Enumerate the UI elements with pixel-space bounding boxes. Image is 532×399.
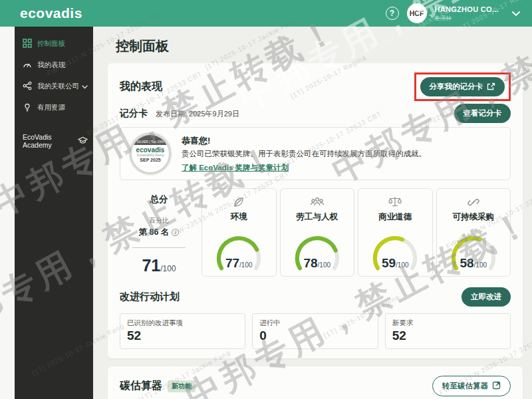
overall-label: 总分 [150, 194, 168, 205]
gauge-icon [23, 60, 32, 70]
published-date: 发布日期: 2025年9月29日 [156, 109, 239, 119]
share-icon [487, 82, 495, 92]
improve-now-button[interactable]: 立即改进 [462, 287, 511, 307]
chevron-down-icon[interactable] [512, 7, 520, 19]
congrats-banner: SILVER | Top 15% ecovadis Sustainability… [120, 127, 511, 180]
medal-brand: ecovadis [132, 146, 169, 154]
percentile-label: 百分比 [149, 216, 169, 225]
overall-score-panel: 总分 百分比 第 86 名 i 71/100 [120, 188, 198, 277]
sidebar-item-label: 有用资源 [37, 103, 65, 112]
stat-value: 52 [392, 329, 503, 343]
congrats-message: 贵公司已荣获银奖牌。用于表彰贵公司在可持续发展方面所取得的成就。 [182, 149, 426, 159]
goto-carbon-button[interactable]: 转至碳估算器 [432, 376, 511, 396]
stat-label: 新要求 [392, 319, 503, 328]
category-label: 可持续采购 [453, 211, 495, 223]
grid-icon [23, 39, 32, 49]
stat-label: 已识别的改进事项 [127, 319, 238, 328]
people-icon [310, 196, 325, 209]
sidebar-item-label: 我的表现 [37, 61, 65, 70]
stat-new-requirements: 新要求 52 [385, 313, 511, 349]
category-card-ethics: 商业道德 59/100 [358, 188, 433, 277]
category-score: 58 [460, 256, 473, 270]
divider [132, 247, 186, 248]
overall-score-suffix: /100 [160, 264, 176, 273]
sidebar: 控制面板 我的表现 我的关联公司 [15, 27, 93, 399]
category-score-suffix: /100 [239, 261, 252, 269]
stat-label: 进行中 [259, 319, 370, 328]
company-name: HANGZHOU CO... [435, 5, 499, 14]
sidebar-item-affiliates[interactable]: 我的关联公司 [15, 76, 93, 97]
share-scorecard-label: 分享我的记分卡 [430, 82, 483, 92]
new-feature-badge: 新功能 [168, 380, 196, 392]
main-content: 控制面板 我的表现 分享我的记分卡 记分卡 [93, 27, 532, 399]
annotation-highlight-box: 分享我的记分卡 [414, 72, 511, 101]
network-icon [23, 81, 32, 92]
user-name: 逄溧林 [435, 15, 499, 21]
action-plan-stats: 已识别的改进事项 52 进行中 0 新要求 52 [120, 313, 511, 349]
medal-program-link[interactable]: 了解 EcoVadis 奖牌与奖章计划 [182, 164, 289, 172]
procurement-gauge: 58/100 [444, 229, 503, 271]
avatar[interactable]: HCF [407, 3, 427, 23]
category-score-suffix: /100 [474, 261, 487, 269]
page-title: 控制面板 [116, 37, 532, 55]
sidebar-item-label: 我的关联公司 [37, 82, 79, 91]
leaf-icon [232, 196, 245, 209]
goto-carbon-label: 转至碳估算器 [442, 381, 488, 391]
category-card-labor: 劳工与人权 78/100 [280, 188, 355, 277]
sidebar-item-resources[interactable]: 有用资源 [15, 97, 93, 118]
medal-date: SEP 2025 [132, 158, 169, 162]
sidebar-item-performance[interactable]: 我的表现 [15, 55, 93, 76]
silver-medal-badge: SILVER | Top 15% ecovadis Sustainability… [130, 133, 171, 174]
info-icon[interactable]: i [172, 229, 179, 236]
ethics-gauge: 59/100 [366, 229, 424, 271]
labor-gauge: 78/100 [288, 229, 346, 271]
carbon-estimator-card: 碳估算器 新功能 转至碳估算器 估算您的范围 1、范围 2 和范围 3 温室气体… [108, 366, 523, 399]
left-gutter [0, 27, 15, 399]
stat-in-progress: 进行中 0 [252, 313, 378, 349]
stat-value: 52 [127, 329, 238, 343]
environment-gauge: 77/100 [209, 229, 268, 271]
category-card-environment: 环境 77/100 [201, 188, 277, 277]
external-link-icon [492, 381, 501, 391]
chevron-down-icon [82, 82, 88, 90]
account-menu[interactable]: HANGZHOU CO... 逄溧林 [435, 5, 499, 21]
stat-identified: 已识别的改进事项 52 [120, 313, 245, 349]
sidebar-item-label: 控制面板 [37, 39, 65, 49]
help-icon[interactable]: ? [386, 7, 399, 20]
category-score-suffix: /100 [396, 261, 408, 269]
category-score: 78 [303, 256, 317, 270]
category-label: 劳工与人权 [297, 211, 338, 223]
app-window: ecovadis ? HCF HANGZHOU CO... 逄溧林 控制面板 [0, 0, 532, 399]
stat-value: 0 [259, 329, 370, 343]
congrats-title: 恭喜您! [182, 135, 426, 147]
sidebar-item-dashboard[interactable]: 控制面板 [15, 33, 93, 55]
share-scorecard-button[interactable]: 分享我的记分卡 [420, 77, 505, 96]
sidebar-item-academy[interactable]: EcoVadis Academy [15, 128, 93, 154]
category-score-suffix: /100 [318, 261, 331, 269]
rank-value: 第 86 名 [139, 227, 170, 238]
scores-row: 总分 百分比 第 86 名 i 71/100 [120, 188, 511, 277]
lightbulb-icon [23, 102, 32, 113]
view-scorecard-button[interactable]: 查看记分卡 [454, 104, 511, 123]
performance-card: 我的表现 分享我的记分卡 记分卡 发布日期: 2025年9月29日 [108, 63, 523, 358]
category-label: 商业道德 [378, 211, 412, 223]
category-card-procurement: 可持续采购 58/100 [436, 188, 511, 277]
graduation-cap-icon [78, 136, 88, 146]
medal-subtitle: Sustainability Rating [132, 154, 169, 157]
sidebar-item-label: EcoVadis Academy [23, 133, 78, 149]
scales-icon [388, 196, 402, 209]
link-icon [467, 196, 480, 209]
medal-tier: SILVER | Top 15% [132, 135, 169, 145]
category-score: 77 [225, 256, 239, 270]
scorecard-label: 记分卡 [120, 108, 148, 120]
action-plan-title: 改进行动计划 [120, 291, 180, 303]
top-header: ecovadis ? HCF HANGZHOU CO... 逄溧林 [0, 0, 532, 27]
performance-title: 我的表现 [120, 80, 162, 94]
category-score: 59 [382, 256, 396, 270]
category-label: 环境 [231, 211, 247, 223]
overall-score: 71 [142, 256, 160, 275]
carbon-title: 碳估算器 [120, 379, 162, 393]
ecovadis-logo: ecovadis [20, 5, 82, 21]
